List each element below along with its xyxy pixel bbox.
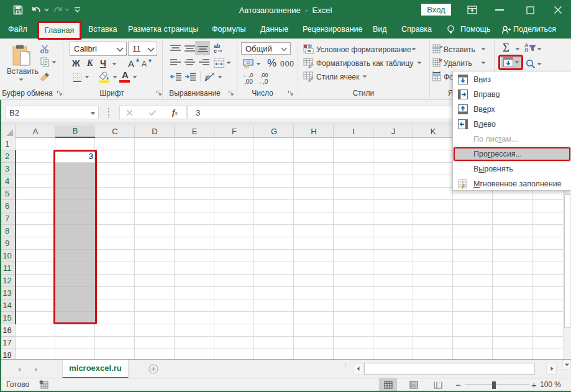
svg-text:ab: ab	[205, 73, 211, 82]
svg-text:c: c	[214, 48, 217, 53]
